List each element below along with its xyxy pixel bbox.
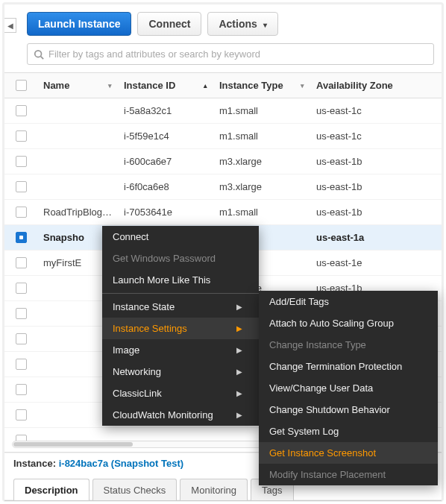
cell-instance-id: i-7053641e <box>118 200 213 224</box>
menu-separator <box>102 293 259 294</box>
search-icon <box>34 49 44 60</box>
table-row[interactable]: i-6f0ca6e8m3.xlargeus-east-1b <box>4 174 442 200</box>
cell-name <box>37 174 118 199</box>
submenu-get-syslog[interactable]: Get System Log <box>259 420 438 442</box>
submenu-change-termination-protection[interactable]: Change Termination Protection <box>259 356 438 377</box>
cell-instance-id: i-600ca6e7 <box>118 149 213 174</box>
column-availability-zone[interactable]: Availability Zone <box>310 73 422 98</box>
sort-asc-icon: ▴ <box>204 82 207 89</box>
menu-networking[interactable]: Networking▶ <box>102 361 259 382</box>
table-header: Name▾ Instance ID▴ Instance Type▾ Availa… <box>4 72 442 98</box>
column-instance-type[interactable]: Instance Type▾ <box>213 73 310 98</box>
selection-summary: Instance: i-824bac7a (Snapshot Test) <box>13 458 183 469</box>
row-checkbox[interactable] <box>16 257 27 268</box>
menu-connect[interactable]: Connect <box>102 226 259 248</box>
submenu-arrow-icon: ▶ <box>236 324 242 333</box>
cell-instance-type: m3.xlarge <box>213 174 310 199</box>
cell-availability-zone: us-east-1e <box>310 251 422 275</box>
toolbar: Launch Instance Connect Actions ▾ <box>4 4 442 43</box>
connect-button[interactable]: Connect <box>137 12 201 36</box>
svg-point-0 <box>35 50 42 57</box>
actions-label: Actions <box>219 18 257 30</box>
tab-monitoring[interactable]: Monitoring <box>180 479 248 501</box>
menu-instance-settings[interactable]: Instance Settings▶ <box>102 318 259 339</box>
row-checkbox[interactable] <box>16 232 27 243</box>
cell-name: RoadTripBlog… <box>37 200 118 224</box>
cell-availability-zone: us-east-1a <box>310 225 422 250</box>
sort-icon: ▾ <box>108 82 112 89</box>
cell-instance-type: m3.xlarge <box>213 149 310 174</box>
svg-line-1 <box>41 56 44 59</box>
tab-underline <box>4 500 442 501</box>
search-field[interactable] <box>27 43 434 65</box>
row-checkbox[interactable] <box>16 156 27 167</box>
cell-instance-type: m1.small <box>213 200 310 224</box>
cell-availability-zone: us-east-1c <box>310 98 422 123</box>
menu-instance-state[interactable]: Instance State▶ <box>102 296 259 318</box>
submenu-arrow-icon: ▶ <box>236 303 242 311</box>
row-checkbox[interactable] <box>16 384 27 395</box>
menu-cloudwatch[interactable]: CloudWatch Monitoring▶ <box>102 404 259 426</box>
row-checkbox[interactable] <box>16 333 27 344</box>
panel-collapse-handle[interactable]: ◀ <box>4 18 16 33</box>
submenu-arrow-icon: ▶ <box>236 389 242 397</box>
tab-description[interactable]: Description <box>13 479 89 501</box>
submenu-modify-placement: Modify Instance Placement <box>259 464 438 485</box>
cell-availability-zone: us-east-1c <box>310 124 422 148</box>
table-row[interactable]: i-600ca6e7m3.xlargeus-east-1b <box>4 149 442 174</box>
submenu-change-type: Change Instance Type <box>259 334 438 356</box>
detail-tabs: Description Status Checks Monitoring Tag… <box>13 479 294 501</box>
cell-instance-type: m1.small <box>213 98 310 123</box>
context-menu: Connect Get Windows Password Launch More… <box>102 226 259 426</box>
row-checkbox[interactable] <box>16 130 27 142</box>
cell-name <box>37 149 118 174</box>
cell-availability-zone: us-east-1b <box>310 200 422 224</box>
row-checkbox[interactable] <box>16 308 27 319</box>
cell-instance-id: i-5f59e1c4 <box>118 124 213 148</box>
tab-status-checks[interactable]: Status Checks <box>92 479 178 501</box>
row-checkbox[interactable] <box>16 409 27 420</box>
menu-image[interactable]: Image▶ <box>102 339 259 361</box>
row-checkbox[interactable] <box>16 207 27 218</box>
submenu-attach-asg[interactable]: Attach to Auto Scaling Group <box>259 312 438 334</box>
scrollbar-thumb[interactable] <box>13 442 133 447</box>
table-row[interactable]: i-5a8a32c1m1.smallus-east-1c <box>4 98 442 124</box>
submenu-arrow-icon: ▶ <box>236 411 242 419</box>
launch-instance-button[interactable]: Launch Instance <box>27 12 131 36</box>
table-row[interactable]: i-5f59e1c4m1.smallus-east-1c <box>4 124 442 149</box>
submenu-arrow-icon: ▶ <box>236 368 242 376</box>
actions-button[interactable]: Actions ▾ <box>207 12 277 36</box>
row-checkbox[interactable] <box>16 283 27 294</box>
cell-name <box>37 98 118 123</box>
submenu-arrow-icon: ▶ <box>236 346 242 354</box>
submenu-add-edit-tags[interactable]: Add/Edit Tags <box>259 291 438 312</box>
search-input[interactable] <box>48 48 427 60</box>
row-checkbox[interactable] <box>16 105 27 116</box>
column-name[interactable]: Name▾ <box>37 73 118 98</box>
cell-instance-id: i-5a8a32c1 <box>118 98 213 123</box>
menu-classiclink[interactable]: ClassicLink▶ <box>102 382 259 404</box>
submenu-view-user-data[interactable]: View/Change User Data <box>259 377 438 399</box>
table-row[interactable]: RoadTripBlog…i-7053641em1.smallus-east-1… <box>4 200 442 225</box>
sort-icon: ▾ <box>301 82 304 89</box>
cell-availability-zone: us-east-1b <box>310 174 422 199</box>
submenu-instance-settings: Add/Edit Tags Attach to Auto Scaling Gro… <box>259 291 438 485</box>
select-all-checkbox[interactable] <box>16 80 27 91</box>
caret-down-icon: ▾ <box>263 21 267 29</box>
submenu-get-screenshot[interactable]: Get Instance Screenshot <box>259 442 438 464</box>
instance-link[interactable]: i-824bac7a (Snapshot Test) <box>59 458 183 469</box>
column-instance-id[interactable]: Instance ID▴ <box>118 73 213 98</box>
row-checkbox[interactable] <box>16 359 27 370</box>
menu-get-windows-password: Get Windows Password <box>102 248 259 269</box>
row-checkbox[interactable] <box>16 181 27 192</box>
cell-instance-id: i-6f0ca6e8 <box>118 174 213 199</box>
cell-instance-type: m1.small <box>213 124 310 148</box>
cell-name <box>37 124 118 148</box>
submenu-change-shutdown[interactable]: Change Shutdown Behavior <box>259 399 438 420</box>
menu-launch-more[interactable]: Launch More Like This <box>102 269 259 291</box>
cell-availability-zone: us-east-1b <box>310 149 422 174</box>
